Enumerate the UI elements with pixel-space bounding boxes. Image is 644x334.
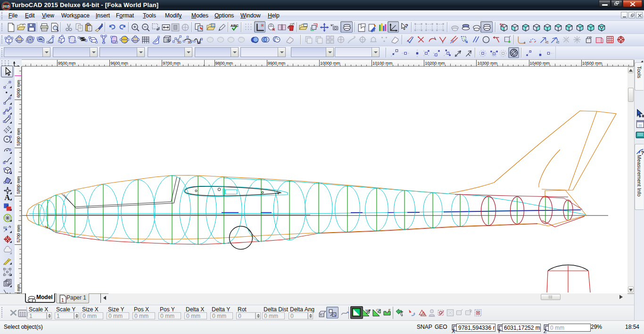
svg-text:CP: CP bbox=[376, 309, 381, 312]
svg-text:2: 2 bbox=[470, 309, 472, 313]
svg-text:1: 1 bbox=[61, 297, 64, 303]
svg-text:F: F bbox=[388, 308, 391, 312]
svg-text:Y: Y bbox=[497, 328, 501, 334]
svg-text:45: 45 bbox=[545, 41, 548, 44]
svg-text:3D: 3D bbox=[177, 41, 182, 44]
svg-text:3D: 3D bbox=[188, 41, 192, 44]
svg-text:2015: 2015 bbox=[3, 5, 10, 8]
svg-text:WP: WP bbox=[365, 309, 371, 312]
svg-text:?: ? bbox=[405, 23, 408, 29]
svg-text:45: 45 bbox=[556, 41, 559, 44]
svg-text:3D: 3D bbox=[166, 39, 170, 42]
svg-text:A: A bbox=[4, 193, 10, 201]
svg-text:Z: Z bbox=[544, 328, 547, 334]
svg-text:ABC: ABC bbox=[231, 24, 239, 28]
svg-text:X: X bbox=[452, 328, 455, 334]
svg-text:3D: 3D bbox=[197, 41, 201, 44]
svg-text:60: 60 bbox=[3, 226, 7, 229]
